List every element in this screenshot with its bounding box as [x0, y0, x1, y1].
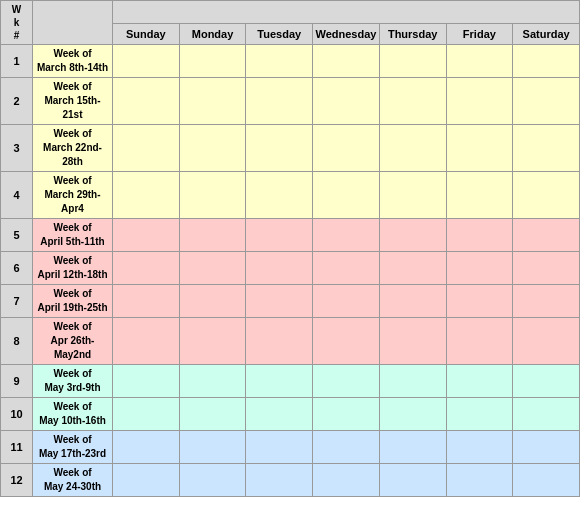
day-cell[interactable] — [246, 45, 313, 78]
day-cell[interactable] — [446, 172, 513, 219]
day-cell[interactable] — [246, 431, 313, 464]
day-cell[interactable] — [379, 285, 446, 318]
day-header-sunday: Sunday — [113, 24, 180, 45]
day-cell[interactable] — [379, 318, 446, 365]
day-cell[interactable] — [446, 365, 513, 398]
day-cell[interactable] — [313, 464, 380, 497]
day-cell[interactable] — [379, 45, 446, 78]
day-cell[interactable] — [313, 78, 380, 125]
day-cell[interactable] — [313, 219, 380, 252]
day-cell[interactable] — [313, 365, 380, 398]
week-label: Week ofApril 12th-18th — [33, 252, 113, 285]
day-cell[interactable] — [513, 365, 580, 398]
day-cell[interactable] — [379, 219, 446, 252]
day-cell[interactable] — [313, 125, 380, 172]
day-cell[interactable] — [379, 431, 446, 464]
day-cell[interactable] — [246, 464, 313, 497]
day-header-tuesday: Tuesday — [246, 24, 313, 45]
day-cell[interactable] — [113, 45, 180, 78]
day-cell[interactable] — [446, 78, 513, 125]
day-cell[interactable] — [446, 431, 513, 464]
week-label: Week ofMarch 8th-14th — [33, 45, 113, 78]
week-number: 6 — [1, 252, 33, 285]
day-cell[interactable] — [313, 285, 380, 318]
day-cell[interactable] — [513, 285, 580, 318]
day-cell[interactable] — [379, 172, 446, 219]
day-cell[interactable] — [179, 431, 246, 464]
day-cell[interactable] — [313, 252, 380, 285]
week-label: Week ofMarch 15th-21st — [33, 78, 113, 125]
day-cell[interactable] — [313, 318, 380, 365]
day-cell[interactable] — [113, 398, 180, 431]
day-cell[interactable] — [446, 219, 513, 252]
day-cell[interactable] — [446, 45, 513, 78]
day-cell[interactable] — [113, 125, 180, 172]
day-cell[interactable] — [513, 431, 580, 464]
day-cell[interactable] — [446, 464, 513, 497]
day-cell[interactable] — [379, 252, 446, 285]
day-cell[interactable] — [113, 464, 180, 497]
day-cell[interactable] — [379, 125, 446, 172]
day-cell[interactable] — [246, 125, 313, 172]
day-cell[interactable] — [113, 252, 180, 285]
day-cell[interactable] — [113, 431, 180, 464]
day-cell[interactable] — [113, 285, 180, 318]
day-cell[interactable] — [313, 45, 380, 78]
day-cell[interactable] — [179, 45, 246, 78]
day-cell[interactable] — [379, 365, 446, 398]
day-cell[interactable] — [179, 219, 246, 252]
day-cell[interactable] — [513, 172, 580, 219]
table-row: 6Week ofApril 12th-18th — [1, 252, 580, 285]
day-cell[interactable] — [246, 285, 313, 318]
day-cell[interactable] — [246, 252, 313, 285]
week-number: 1 — [1, 45, 33, 78]
day-cell[interactable] — [446, 398, 513, 431]
day-cell[interactable] — [446, 318, 513, 365]
day-cell[interactable] — [179, 172, 246, 219]
day-cell[interactable] — [313, 398, 380, 431]
day-header-monday: Monday — [179, 24, 246, 45]
week-label: Week ofApril 19th-25th — [33, 285, 113, 318]
day-cell[interactable] — [446, 252, 513, 285]
day-cell[interactable] — [513, 318, 580, 365]
week-number: 7 — [1, 285, 33, 318]
day-cell[interactable] — [446, 125, 513, 172]
day-cell[interactable] — [313, 172, 380, 219]
day-cell[interactable] — [113, 365, 180, 398]
day-cell[interactable] — [113, 172, 180, 219]
day-cell[interactable] — [179, 398, 246, 431]
day-cell[interactable] — [513, 125, 580, 172]
day-cell[interactable] — [179, 252, 246, 285]
day-cell[interactable] — [513, 252, 580, 285]
day-cell[interactable] — [179, 285, 246, 318]
day-cell[interactable] — [179, 318, 246, 365]
day-cell[interactable] — [179, 78, 246, 125]
day-cell[interactable] — [246, 78, 313, 125]
day-cell[interactable] — [246, 365, 313, 398]
day-cell[interactable] — [113, 318, 180, 365]
day-cell[interactable] — [513, 219, 580, 252]
day-cell[interactable] — [246, 219, 313, 252]
day-cell[interactable] — [246, 318, 313, 365]
day-cell[interactable] — [379, 78, 446, 125]
day-cell[interactable] — [246, 398, 313, 431]
day-cell[interactable] — [379, 398, 446, 431]
day-cell[interactable] — [179, 125, 246, 172]
week-num-header: Wk# — [1, 1, 33, 45]
day-cell[interactable] — [113, 78, 180, 125]
table-row: 4Week ofMarch 29th-Apr4 — [1, 172, 580, 219]
day-cell[interactable] — [513, 464, 580, 497]
day-cell[interactable] — [246, 172, 313, 219]
day-cell[interactable] — [179, 464, 246, 497]
day-cell[interactable] — [113, 219, 180, 252]
table-row: 12Week ofMay 24-30th — [1, 464, 580, 497]
day-cell[interactable] — [313, 431, 380, 464]
table-row: 3Week ofMarch 22nd-28th — [1, 125, 580, 172]
day-cell[interactable] — [379, 464, 446, 497]
day-cell[interactable] — [446, 285, 513, 318]
day-cell[interactable] — [179, 365, 246, 398]
day-cell[interactable] — [513, 398, 580, 431]
week-label: Week ofMay 24-30th — [33, 464, 113, 497]
day-cell[interactable] — [513, 78, 580, 125]
day-cell[interactable] — [513, 45, 580, 78]
